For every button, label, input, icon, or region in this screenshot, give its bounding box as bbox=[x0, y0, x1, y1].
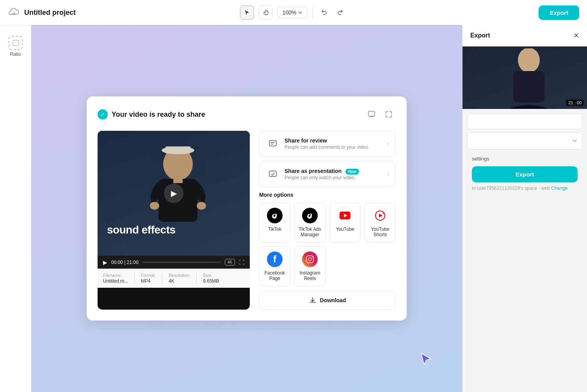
sidebar-item-ratio[interactable]: Ratio bbox=[3, 33, 28, 60]
project-title: Untitled project bbox=[24, 9, 76, 17]
svg-point-19 bbox=[308, 258, 311, 261]
share-review-icon bbox=[266, 137, 280, 151]
topbar-right: Export bbox=[347, 5, 579, 20]
share-presentation-desc: People can only watch your video. bbox=[285, 175, 382, 180]
video-frame: sound effects ▶ bbox=[98, 131, 250, 256]
size-label: Size: bbox=[203, 273, 219, 278]
meta-resolution: Resolution: 4K bbox=[169, 273, 190, 284]
undo-redo-group bbox=[317, 7, 347, 19]
share-presentation-chevron: › bbox=[387, 171, 389, 178]
meta-filename: Filename: Untitled.m... bbox=[103, 273, 128, 284]
undo-button[interactable] bbox=[317, 7, 331, 19]
more-options-title: More options bbox=[259, 192, 396, 198]
share-presentation-title: Share as presentation New bbox=[285, 168, 382, 174]
video-meta: Filename: Untitled.m... Format: MP4 Reso… bbox=[98, 269, 250, 288]
export-top-button[interactable]: Export bbox=[539, 5, 579, 20]
svg-rect-18 bbox=[306, 256, 313, 263]
export-modal: ✓ Your video is ready to share bbox=[87, 96, 407, 321]
video-text-overlay: sound effects bbox=[107, 224, 176, 236]
panel-content: settings Export to user7356221120228's s… bbox=[462, 109, 587, 199]
panel-input-field[interactable] bbox=[467, 114, 582, 129]
comment-icon-button[interactable] bbox=[365, 107, 379, 121]
svg-rect-13 bbox=[269, 171, 276, 176]
svg-point-3 bbox=[509, 105, 548, 109]
meta-divider-1 bbox=[134, 273, 135, 284]
platform-youtube[interactable]: YouTube bbox=[329, 203, 361, 242]
panel-select-row[interactable] bbox=[467, 132, 582, 150]
video-play-button[interactable]: ▶ bbox=[164, 184, 183, 203]
expand-icon-button[interactable] bbox=[382, 107, 396, 121]
resolution-value: 4K bbox=[169, 278, 190, 284]
divider bbox=[312, 7, 313, 18]
meta-divider-3 bbox=[196, 273, 197, 284]
format-value: MP4 bbox=[141, 278, 156, 284]
export-panel: Export ✕ 21 : 00 settings Export to user… bbox=[462, 25, 587, 392]
modal-title: Your video is ready to share bbox=[112, 110, 205, 119]
youtube-shorts-icon: S bbox=[372, 208, 388, 223]
left-sidebar: Ratio bbox=[0, 25, 31, 392]
modal-overlay: ✓ Your video is ready to share bbox=[31, 25, 462, 392]
svg-point-10 bbox=[197, 202, 206, 210]
meta-format: Format: MP4 bbox=[141, 273, 156, 284]
play-control-button[interactable]: ▶ bbox=[103, 259, 107, 265]
share-presentation-content: Share as presentation New People can onl… bbox=[285, 168, 382, 180]
svg-rect-11 bbox=[173, 178, 183, 183]
svg-rect-12 bbox=[269, 141, 276, 146]
panel-export-button[interactable]: Export bbox=[472, 166, 578, 182]
export-panel-close-button[interactable]: ✕ bbox=[573, 31, 579, 40]
share-review-content: Share for review People can add comments… bbox=[285, 137, 382, 150]
platform-tiktok[interactable]: TikTok bbox=[259, 203, 290, 242]
platform-tiktok-ads[interactable]: TikTok Ads Manager bbox=[294, 203, 326, 242]
modal-icons bbox=[365, 107, 396, 121]
svg-text:S: S bbox=[382, 212, 384, 214]
resolution-label: Resolution: bbox=[169, 273, 190, 278]
modal-header: ✓ Your video is ready to share bbox=[98, 107, 396, 121]
cursor-tool-button[interactable] bbox=[240, 5, 254, 20]
share-review-title: Share for review bbox=[285, 137, 382, 144]
video-preview: sound effects ▶ ▶ 00:00 | 21:00 4K ⛶ bbox=[98, 131, 250, 310]
tiktok-icon bbox=[267, 208, 283, 223]
topbar: Untitled project 100% bbox=[0, 0, 587, 25]
video-time-display: 00:00 | 21:00 bbox=[111, 260, 139, 265]
share-review-desc: People can add comments to your video. bbox=[285, 144, 382, 150]
ratio-icon bbox=[9, 36, 23, 50]
panel-footer-change-link[interactable]: Change bbox=[551, 185, 567, 191]
hand-tool-button[interactable] bbox=[259, 5, 273, 20]
instagram-label: Instagram Reels bbox=[298, 270, 322, 281]
tiktok-ads-icon bbox=[302, 208, 318, 223]
platform-instagram[interactable]: Instagram Reels bbox=[294, 246, 326, 286]
settings-row: settings bbox=[467, 153, 582, 165]
meta-divider-2 bbox=[162, 273, 162, 284]
panel-footer: to user7356221120228's space - web Chang… bbox=[467, 182, 582, 194]
progress-bar[interactable] bbox=[142, 262, 221, 263]
download-button[interactable]: Download bbox=[259, 291, 396, 310]
filename-label: Filename: bbox=[103, 273, 128, 278]
platform-youtube-shorts[interactable]: S YouTube Shorts bbox=[365, 203, 396, 242]
svg-rect-2 bbox=[513, 71, 544, 102]
size-value: 9.65MB bbox=[203, 278, 219, 284]
export-panel-header: Export ✕ bbox=[462, 25, 587, 46]
youtube-label: YouTube bbox=[336, 226, 354, 232]
platform-grid: TikTok TikTok Ads Manager bbox=[259, 203, 396, 286]
topbar-left: Untitled project bbox=[8, 6, 240, 19]
instagram-icon bbox=[302, 251, 318, 267]
svg-rect-7 bbox=[165, 146, 190, 153]
youtube-icon bbox=[337, 208, 353, 223]
share-presentation-card[interactable]: Share as presentation New People can onl… bbox=[259, 161, 396, 187]
download-icon bbox=[309, 297, 316, 304]
svg-rect-0 bbox=[13, 40, 18, 46]
tiktok-ads-label: TikTok Ads Manager bbox=[298, 226, 322, 237]
redo-button[interactable] bbox=[334, 7, 347, 19]
cloud-icon bbox=[8, 6, 20, 19]
filename-value: Untitled.m... bbox=[103, 278, 128, 284]
meta-size: Size: 9.65MB bbox=[203, 273, 219, 284]
zoom-control[interactable]: 100% bbox=[277, 7, 308, 18]
ratio-label: Ratio bbox=[10, 52, 21, 57]
modal-body: sound effects ▶ ▶ 00:00 | 21:00 4K ⛶ bbox=[98, 131, 396, 310]
share-review-card[interactable]: Share for review People can add comments… bbox=[259, 131, 396, 157]
check-icon: ✓ bbox=[98, 109, 108, 119]
format-label: Format: bbox=[141, 273, 156, 278]
fullscreen-button[interactable]: ⛶ bbox=[239, 259, 244, 265]
share-presentation-icon bbox=[266, 167, 280, 181]
platform-facebook[interactable]: f Facebook Page bbox=[259, 246, 290, 286]
